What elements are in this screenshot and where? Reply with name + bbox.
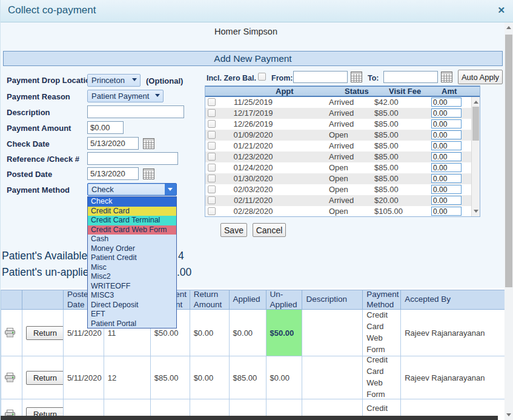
appt-visit-fee-cell: $85.00 (374, 152, 399, 161)
dialog-title-bar: Collect co-payment ✕ (1, 0, 513, 22)
amt-input[interactable] (431, 141, 462, 150)
appt-status-cell: Open (329, 163, 348, 172)
print-icon[interactable] (5, 373, 15, 382)
amt-input[interactable] (431, 196, 462, 205)
amt-input[interactable] (431, 185, 462, 194)
payments-table-row: Return5/11/202012$85.00$0.00$85.00$0.00C… (1, 356, 505, 399)
scroll-up-icon[interactable] (474, 101, 478, 104)
check-date-label: Check Date (7, 138, 50, 150)
dropdown-option-direct-deposit[interactable]: Direct Deposit (88, 301, 176, 310)
close-icon[interactable]: ✕ (497, 5, 505, 16)
chevron-down-icon (165, 184, 176, 195)
payments-column-header: Accepted By (401, 290, 505, 310)
payment-amount-input[interactable] (87, 121, 124, 134)
incl-zero-bal-checkbox[interactable] (258, 73, 266, 81)
appt-date-cell: 11/25/2019 (214, 98, 293, 107)
calendar-icon[interactable] (143, 168, 154, 179)
payment-reason-select[interactable]: Patient Payment (87, 90, 164, 102)
return-button[interactable]: Return (26, 326, 64, 340)
check-date-input[interactable] (87, 137, 139, 150)
return-amount-cell: $0.00 (190, 356, 230, 399)
applied-cell: $85.00 (230, 356, 266, 399)
amt-input[interactable] (431, 108, 462, 118)
status-column-header: Status (345, 87, 369, 96)
payments-table-row: Return5/11/202011$50.00$0.00$0.00$50.00C… (1, 310, 505, 356)
dropdown-option-misc2[interactable]: Misc2 (88, 272, 176, 282)
optional-note: (Optional) (146, 76, 183, 85)
dropdown-option-check[interactable]: Check (88, 197, 176, 207)
payment-method-cell: Credit Card Web Form (363, 310, 401, 356)
appt-visit-fee-cell: $85.00 (374, 163, 399, 172)
dropdown-option-credit-card[interactable]: Credit Card (88, 207, 176, 216)
return-button[interactable]: Return (26, 371, 64, 385)
un-applied-cell: $50.00 (266, 310, 303, 356)
scrollbar-thumb[interactable] (472, 107, 479, 141)
posted-date-input[interactable] (87, 167, 139, 180)
dropdown-option-eft[interactable]: EFT (88, 310, 176, 319)
amt-input[interactable] (431, 98, 462, 107)
amt-input[interactable] (431, 130, 462, 139)
auto-apply-button[interactable]: Auto Apply (458, 70, 503, 84)
appt-visit-fee-cell: $105.00 (374, 207, 403, 216)
scrollbar-thumb[interactable] (505, 35, 512, 287)
payments-column-header (22, 290, 64, 310)
payment-method-select[interactable]: Check (87, 183, 177, 196)
to-date-input[interactable] (383, 71, 438, 83)
appt-date-cell: 01/09/2020 (214, 130, 293, 139)
cancel-button[interactable]: Cancel (253, 223, 286, 237)
dropdown-option-misc[interactable]: Misc (88, 263, 176, 273)
amt-input[interactable] (431, 152, 462, 161)
dropdown-option-misc3[interactable]: MISC3 (88, 291, 176, 301)
scroll-down-icon[interactable] (474, 210, 478, 213)
calendar-icon[interactable] (351, 72, 362, 82)
dropdown-option-credit-card-web-form[interactable]: Credit Card Web Form (88, 225, 176, 235)
chevron-down-icon (155, 94, 160, 97)
appt-status-cell: Arrived (329, 152, 354, 161)
dropdown-option-cash[interactable]: Cash (88, 235, 176, 244)
add-new-payment-header: Add New Payment (3, 51, 503, 66)
appt-status-cell: Arrived (329, 141, 354, 150)
amt-column-header: Amt (442, 87, 457, 96)
appt-date-cell: 01/30/2020 (214, 174, 293, 183)
dropdown-option-patient-portal[interactable]: Patient Portal (88, 319, 176, 329)
print-icon[interactable] (5, 328, 15, 338)
patient-unapplied-amount-fragment: .00 (177, 266, 191, 279)
dropdown-option-writeoff[interactable]: WRITEOFF (88, 282, 176, 292)
collect-copayment-dialog: Collect co-payment ✕ Homer Simpson Add N… (0, 0, 513, 420)
appt-table-scrollbar[interactable] (471, 97, 480, 216)
page-scrollbar[interactable] (505, 22, 513, 420)
amt-input[interactable] (431, 174, 462, 183)
amt-input[interactable] (431, 163, 462, 172)
reference-check-label: Reference /Check # (7, 153, 79, 165)
appt-date-cell: 01/21/2020 (214, 141, 293, 150)
appointments-table: Appt Status Visit Fee Amt 11/25/2019Arri… (205, 85, 480, 217)
appt-table-row: 12/17/2019Arrived$85.00 (205, 108, 471, 119)
from-date-input[interactable] (293, 71, 348, 83)
incl-zero-bal-label: Incl. Zero Bal. (207, 72, 256, 84)
payment-amount-label: Payment Amount (7, 122, 71, 135)
to-label: To: (368, 72, 379, 84)
dropdown-option-patient-credit[interactable]: Patient Credit (88, 253, 176, 263)
dropdown-option-credit-card-terminal[interactable]: Credit Card Terminal (88, 216, 176, 225)
payment-method-cell: Credit Card Web Form (363, 356, 401, 399)
appt-visit-fee-cell: $85.00 (374, 130, 399, 139)
calendar-icon[interactable] (441, 72, 452, 82)
appt-status-cell: Arrived (329, 119, 354, 128)
scroll-up-icon[interactable] (506, 26, 511, 29)
calendar-icon[interactable] (143, 138, 154, 149)
payments-column-header: Description (302, 290, 363, 310)
appt-status-cell: Arrived (329, 196, 354, 205)
description-input[interactable] (87, 105, 184, 118)
amt-input[interactable] (431, 119, 462, 128)
patient-available-amount-fragment: 4 (178, 250, 184, 262)
amt-input[interactable] (431, 207, 462, 216)
payments-column-header: Applied (230, 290, 266, 310)
dropdown-option-money-order[interactable]: Money Order (88, 244, 176, 254)
scroll-down-icon[interactable] (506, 413, 511, 416)
reference-check-input[interactable] (87, 152, 178, 165)
appointments-table-body: 11/25/2019Arrived$42.0012/17/2019Arrived… (205, 97, 471, 217)
payment-method-value: Check (91, 185, 114, 194)
payments-table: Posted DatePayment AmountReturn AmountAp… (1, 290, 505, 420)
save-button[interactable]: Save (220, 223, 247, 237)
payment-drop-location-select[interactable]: Princeton (87, 74, 141, 87)
